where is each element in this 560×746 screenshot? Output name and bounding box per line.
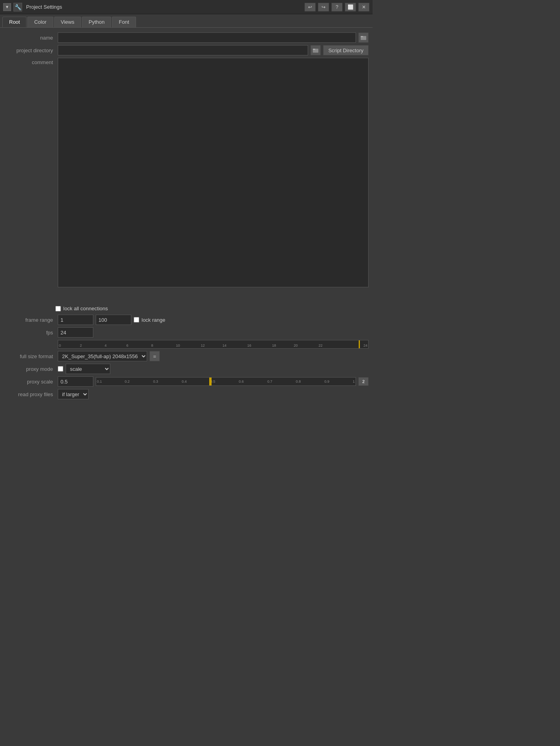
proxy-mode-checkbox[interactable] [58, 366, 63, 372]
full-size-format-select[interactable]: 2K_Super_35(full-ap) 2048x1556 HD_1080 1… [58, 351, 147, 361]
project-dir-input[interactable] [58, 45, 308, 55]
tab-python[interactable]: Python [82, 17, 111, 27]
svg-rect-3 [313, 49, 315, 50]
frame-range-end-input[interactable] [96, 315, 131, 325]
fps-label: fps [4, 330, 55, 336]
read-proxy-files-select[interactable]: if larger always never [58, 389, 89, 399]
proxy-scale-thumb[interactable] [209, 378, 212, 385]
proxy-scale-input[interactable] [58, 376, 93, 387]
lock-connections-label: lock all connections [63, 306, 108, 311]
lock-connections-row: lock all connections [4, 306, 369, 311]
comment-textarea[interactable] [58, 58, 369, 287]
proxy-scale-end-value: 2 [358, 377, 369, 386]
close-button[interactable]: ✕ [358, 3, 369, 11]
proxy-mode-label: proxy mode [4, 366, 55, 372]
folder-icon [313, 47, 318, 53]
proxy-scale-label: proxy scale [4, 379, 55, 385]
wrench-icon: 🔧 [13, 3, 22, 11]
read-proxy-files-row: read proxy files if larger always never [4, 389, 369, 399]
timeline-ruler[interactable]: 0 2 4 6 8 10 12 14 16 18 20 22 24 [58, 340, 369, 349]
lock-range-label: lock range [142, 317, 165, 323]
project-dir-label: project directory [4, 47, 55, 53]
proxy-scale-row: proxy scale 0.1 0.2 0.3 0.4 0.5 0.6 0.7 … [4, 376, 369, 387]
tab-views[interactable]: Views [54, 17, 81, 27]
maximize-button[interactable]: ⬜ [345, 3, 356, 11]
window-title: Project Settings [25, 4, 302, 10]
tab-root[interactable]: Root [2, 17, 26, 27]
name-browse-button[interactable] [358, 32, 369, 43]
comment-row: comment [4, 58, 369, 287]
main-content: name project directory Script Directory … [0, 28, 373, 406]
lock-range-checkbox[interactable] [134, 317, 139, 323]
full-size-format-label: full size format [4, 353, 55, 359]
title-bar: ▼ 🔧 Project Settings ↩ ↪ ? ⬜ ✕ [0, 0, 373, 14]
frame-range-label: frame range [4, 317, 55, 323]
script-dir-button[interactable]: Script Directory [323, 45, 369, 55]
name-input[interactable] [58, 32, 356, 43]
lock-connections-checkbox[interactable] [55, 306, 61, 311]
project-dir-browse-button[interactable] [310, 45, 321, 55]
proxy-mode-select[interactable]: scale checkerboard [66, 364, 110, 374]
tab-bar: Root Color Views Python Font [0, 14, 373, 28]
comment-label: comment [4, 58, 55, 65]
full-size-format-row: full size format 2K_Super_35(full-ap) 20… [4, 351, 369, 361]
name-label: name [4, 35, 55, 41]
equal-button[interactable]: = [149, 351, 160, 361]
redo-button[interactable]: ↪ [318, 3, 329, 11]
proxy-mode-row: proxy mode scale checkerboard [4, 364, 369, 374]
undo-button[interactable]: ↩ [305, 3, 316, 11]
fps-row: fps [4, 327, 369, 338]
tab-color[interactable]: Color [27, 17, 53, 27]
project-dir-row: project directory Script Directory [4, 45, 369, 55]
name-row: name [4, 32, 369, 43]
frame-range-row: frame range lock range [4, 315, 369, 325]
tab-font[interactable]: Font [112, 17, 136, 27]
folder-icon [361, 35, 366, 40]
proxy-scale-ruler[interactable]: 0.1 0.2 0.3 0.4 0.5 0.6 0.7 0.8 0.9 1 [96, 377, 356, 386]
help-button[interactable]: ? [331, 3, 342, 11]
read-proxy-files-label: read proxy files [4, 391, 55, 397]
svg-rect-1 [361, 36, 363, 37]
timeline-ruler-row: 0 2 4 6 8 10 12 14 16 18 20 22 24 [4, 340, 369, 349]
fps-input[interactable] [58, 327, 93, 338]
spacer [4, 290, 369, 306]
frame-range-start-input[interactable] [58, 315, 93, 325]
menu-dropdown[interactable]: ▼ [3, 3, 11, 11]
